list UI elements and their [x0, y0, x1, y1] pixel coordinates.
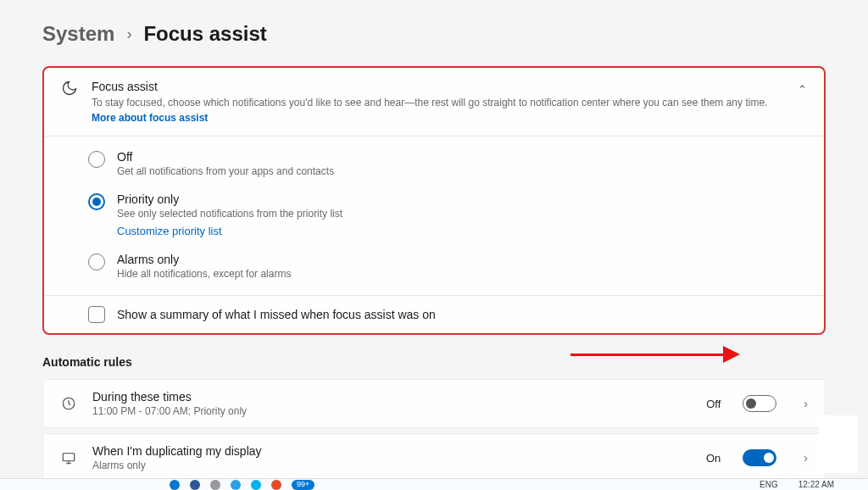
rule-state-label: On	[706, 452, 721, 465]
rule-duplicating-display[interactable]: When I'm duplicating my display Alarms o…	[42, 433, 826, 482]
automatic-rules-heading: Automatic rules	[42, 355, 826, 369]
svg-rect-1	[63, 454, 75, 461]
option-off-title: Off	[117, 150, 334, 164]
breadcrumb-parent[interactable]: System	[42, 22, 114, 46]
app-icon[interactable]	[210, 480, 220, 490]
customize-priority-link[interactable]: Customize priority list	[117, 225, 342, 237]
moon-icon	[61, 80, 78, 99]
focus-assist-header[interactable]: Focus assist To stay focused, choose whi…	[44, 68, 824, 136]
page-title: Focus assist	[143, 22, 266, 46]
focus-assist-panel: Focus assist To stay focused, choose whi…	[42, 66, 826, 335]
focus-assist-title: Focus assist	[92, 80, 776, 93]
rule-title: When I'm duplicating my display	[92, 444, 691, 458]
option-priority-only[interactable]: Priority only See only selected notifica…	[88, 192, 824, 237]
app-icon[interactable]	[231, 480, 241, 490]
rule-desc: Alarms only	[92, 459, 691, 471]
taskbar-language[interactable]: ENG	[760, 480, 778, 489]
radio-off[interactable]	[88, 151, 105, 168]
app-icon[interactable]	[190, 480, 200, 490]
chevron-right-icon[interactable]: ›	[804, 451, 808, 465]
chevron-up-icon[interactable]: ⌃	[798, 83, 807, 96]
chevron-right-icon: ›	[126, 25, 131, 43]
rule-toggle[interactable]	[743, 395, 776, 412]
badge[interactable]: 99+	[292, 480, 314, 490]
focus-assist-description: To stay focused, choose which notificati…	[92, 95, 776, 125]
more-about-link[interactable]: More about focus assist	[92, 112, 208, 124]
occlusion-patch	[819, 415, 858, 473]
summary-checkbox-label: Show a summary of what I missed when foc…	[117, 308, 436, 321]
summary-checkbox-row[interactable]: Show a summary of what I missed when foc…	[44, 296, 824, 333]
option-alarms-desc: Hide all notifications, except for alarm…	[117, 268, 291, 280]
option-off-desc: Get all notifications from your apps and…	[117, 165, 334, 177]
option-alarms-title: Alarms only	[117, 253, 291, 266]
rule-state-label: Off	[706, 398, 721, 410]
clock-icon	[60, 396, 77, 411]
taskbar-apps[interactable]: 99+	[170, 480, 314, 490]
radio-priority[interactable]	[88, 193, 105, 210]
option-priority-title: Priority only	[117, 192, 342, 206]
summary-checkbox[interactable]	[88, 306, 105, 323]
radio-alarms[interactable]	[88, 253, 105, 270]
rule-toggle[interactable]	[743, 449, 776, 466]
rule-during-these-times[interactable]: During these times 11:00 PM - 07:00 AM; …	[42, 379, 826, 428]
taskbar[interactable]: 99+ ENG 12:22 AM	[0, 478, 868, 490]
taskbar-clock[interactable]: 12:22 AM	[798, 480, 834, 489]
chevron-right-icon[interactable]: ›	[804, 397, 808, 410]
rule-title: During these times	[92, 390, 691, 404]
app-icon[interactable]	[271, 480, 281, 490]
option-alarms-only[interactable]: Alarms only Hide all notifications, exce…	[88, 253, 824, 280]
breadcrumb: System › Focus assist	[42, 22, 826, 46]
option-priority-desc: See only selected notifications from the…	[117, 208, 342, 220]
app-icon[interactable]	[170, 480, 180, 490]
option-off[interactable]: Off Get all notifications from your apps…	[88, 150, 824, 177]
rule-desc: 11:00 PM - 07:00 AM; Priority only	[92, 405, 691, 417]
monitor-icon	[60, 450, 77, 465]
app-icon[interactable]	[251, 480, 261, 490]
focus-mode-options: Off Get all notifications from your apps…	[44, 136, 824, 296]
